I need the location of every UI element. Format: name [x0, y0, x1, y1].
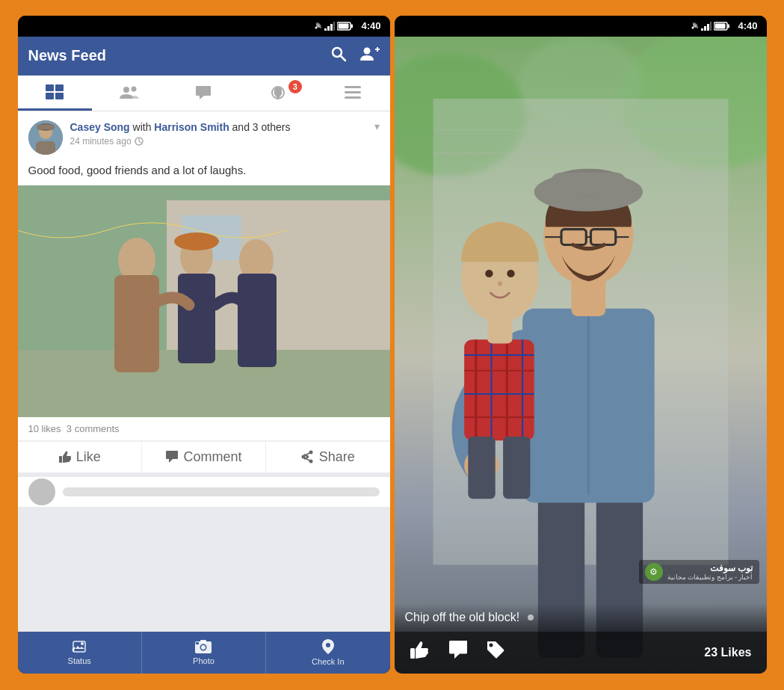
bottom-nav: Status Photo Check In: [18, 632, 390, 674]
fb-topbar: News Feed: [18, 37, 390, 76]
left-phone: 4:40 News Feed: [18, 16, 390, 674]
svg-point-47: [81, 642, 84, 645]
svg-rect-7: [339, 23, 349, 28]
right-signal-icons: [687, 22, 730, 31]
svg-rect-59: [707, 24, 709, 31]
svg-rect-58: [704, 26, 706, 31]
comment-button[interactable]: Comment: [142, 442, 266, 472]
svg-rect-36: [114, 275, 159, 372]
svg-rect-39: [178, 274, 215, 363]
post-time: 24 minutes ago: [70, 136, 367, 147]
right-status-bar: 4:40: [395, 16, 767, 37]
post-header: Casey Song with Harrison Smith and 3 oth…: [18, 111, 390, 161]
comment-action-button[interactable]: [448, 640, 468, 665]
signal-strength-icon: [324, 22, 335, 31]
svg-rect-62: [728, 24, 730, 28]
feed-content: Casey Song with Harrison Smith and 3 oth…: [18, 111, 390, 632]
battery-icon: [337, 22, 354, 31]
svg-point-18: [131, 87, 136, 92]
svg-rect-6: [351, 24, 354, 28]
svg-rect-15: [55, 84, 64, 91]
avatar: [28, 120, 63, 155]
tab-notifications[interactable]: 3: [241, 76, 315, 111]
svg-rect-53: [200, 640, 206, 643]
likes-count: 23 Likes: [704, 646, 751, 659]
tab-news-feed[interactable]: [18, 76, 93, 111]
next-post-placeholder: [63, 487, 380, 496]
watermark-icon: ⚙: [645, 563, 663, 581]
next-post-avatar: [28, 478, 55, 505]
svg-rect-63: [715, 23, 726, 28]
svg-rect-16: [55, 93, 64, 99]
svg-rect-1: [324, 28, 327, 31]
left-time: 4:40: [361, 20, 380, 31]
svg-point-0: [315, 26, 318, 28]
svg-point-101: [497, 281, 501, 286]
svg-point-21: [277, 96, 280, 99]
svg-rect-104: [410, 648, 415, 659]
svg-point-10: [363, 47, 370, 54]
next-post-preview: [18, 477, 390, 507]
svg-rect-42: [59, 456, 62, 463]
like-button[interactable]: Like: [18, 442, 142, 472]
svg-point-43: [309, 451, 312, 455]
right-battery-icon: [714, 22, 730, 31]
signal-icons: [310, 22, 354, 31]
post-actions: Like Comment: [18, 441, 390, 472]
svg-rect-2: [327, 26, 330, 31]
svg-point-44: [301, 455, 305, 459]
svg-rect-29: [37, 125, 55, 129]
watermark-text: توب سوفت أخبار - برامج وتطبيقات مجانية: [667, 563, 753, 581]
svg-point-52: [201, 645, 206, 650]
svg-rect-3: [330, 24, 333, 31]
svg-rect-4: [333, 22, 335, 31]
svg-point-55: [326, 643, 330, 647]
share-button[interactable]: Share: [266, 442, 389, 472]
svg-rect-41: [238, 274, 277, 367]
post-text: Good food, good friends and a lot of lau…: [18, 161, 390, 185]
svg-line-9: [341, 56, 345, 61]
watermark: توب سوفت أخبار - برامج وتطبيقات مجانية ⚙: [639, 560, 759, 584]
svg-point-45: [309, 460, 312, 463]
like-action-button[interactable]: [410, 640, 430, 665]
right-photo-content: Chip off the old block! توب سوفت أخبار -…: [395, 37, 767, 674]
svg-point-56: [692, 26, 694, 28]
tag-action-button[interactable]: [486, 640, 505, 665]
svg-point-38: [174, 232, 219, 250]
svg-point-17: [123, 87, 129, 93]
post-image: [18, 185, 390, 417]
nav-status[interactable]: Status: [18, 632, 142, 674]
notification-badge: 3: [288, 80, 302, 93]
svg-rect-102: [468, 437, 495, 499]
tab-messages[interactable]: [167, 76, 241, 111]
nav-checkin[interactable]: Check In: [266, 632, 389, 674]
friends-button[interactable]: [360, 46, 380, 67]
nav-photo[interactable]: Photo: [142, 632, 266, 674]
svg-point-100: [507, 269, 514, 277]
svg-rect-103: [503, 437, 530, 499]
svg-rect-13: [46, 84, 54, 91]
caption-dot: [528, 614, 534, 620]
right-signal-strength-icon: [701, 22, 712, 31]
left-status-bar: 4:40: [18, 16, 390, 37]
post-stats: 10 likes 3 comments: [18, 417, 390, 441]
tab-friends[interactable]: [92, 76, 167, 111]
svg-rect-23: [345, 91, 361, 93]
svg-point-105: [489, 644, 493, 647]
post-card: Casey Song with Harrison Smith and 3 oth…: [18, 111, 390, 472]
svg-rect-86: [549, 172, 627, 195]
post-meta: Casey Song with Harrison Smith and 3 oth…: [70, 120, 367, 147]
svg-rect-14: [46, 93, 54, 99]
svg-rect-27: [36, 141, 55, 155]
topbar-icons: [330, 46, 380, 67]
post-author: Casey Song with Harrison Smith and 3 oth…: [70, 120, 367, 135]
search-button[interactable]: [330, 46, 347, 67]
post-dropdown[interactable]: ▾: [374, 120, 380, 132]
svg-rect-24: [345, 96, 361, 99]
right-bottom-bar: 23 Likes: [395, 632, 767, 674]
svg-rect-54: [196, 642, 199, 644]
tab-menu[interactable]: [315, 76, 390, 111]
right-phone: 4:40: [395, 16, 767, 674]
svg-point-99: [485, 269, 493, 277]
topbar-title: News Feed: [28, 47, 330, 64]
